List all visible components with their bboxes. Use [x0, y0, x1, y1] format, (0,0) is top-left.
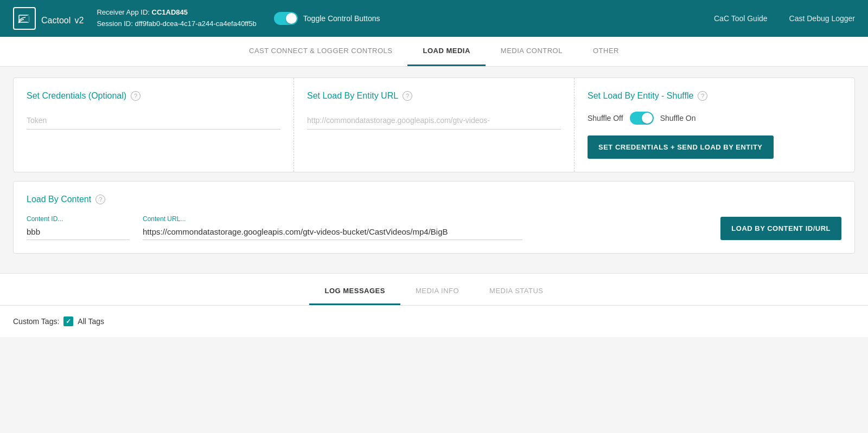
tab-load-media[interactable]: LOAD MEDIA — [407, 37, 485, 66]
set-credentials-send-load-button[interactable]: SET CREDENTIALS + SEND LOAD BY ENTITY — [588, 135, 774, 159]
entity-url-input[interactable] — [307, 112, 561, 130]
entity-shuffle-help-icon[interactable]: ? — [698, 91, 707, 101]
content-id-field: Content ID... — [27, 215, 130, 240]
credentials-card: Set Credentials (Optional) ? — [14, 78, 294, 172]
main-tabs: CAST CONNECT & LOGGER CONTROLS LOAD MEDI… — [0, 37, 868, 67]
header-nav: CaC Tool Guide Cast Debug Logger — [714, 14, 855, 23]
bottom-tab-log[interactable]: LOG MESSAGES — [309, 278, 400, 305]
cac-tool-guide-link[interactable]: CaC Tool Guide — [714, 14, 768, 23]
content-url-field: Content URL... — [143, 215, 522, 240]
credentials-card-title: Set Credentials (Optional) ? — [27, 91, 280, 101]
svg-point-1 — [18, 22, 20, 23]
all-tags-checkbox[interactable] — [63, 316, 73, 326]
load-content-card: Load By Content ? Content ID... Content … — [13, 181, 855, 254]
entity-url-card: Set Load By Entity URL ? — [294, 78, 575, 172]
main-content: Set Credentials (Optional) ? Set Load By… — [0, 67, 868, 273]
entity-shuffle-card: Set Load By Entity - Shuffle ? Shuffle O… — [575, 78, 854, 172]
session-id-line: Session ID: dff9fab0-dcea-4c17-a244-ca4e… — [97, 18, 256, 30]
tab-other[interactable]: OTHER — [578, 37, 634, 66]
all-tags-label: All Tags — [78, 317, 104, 326]
custom-tags-row: Custom Tags: All Tags — [13, 316, 855, 326]
app-header: Cactool v2 Receiver App ID: CC1AD845 Ses… — [0, 0, 868, 37]
cast-icon — [13, 7, 36, 30]
cards-row: Set Credentials (Optional) ? Set Load By… — [13, 77, 855, 172]
load-content-button[interactable]: LOAD BY CONTENT ID/URL — [720, 217, 841, 240]
bottom-tabs: LOG MESSAGES MEDIA INFO MEDIA STATUS — [0, 278, 868, 306]
shuffle-toggle[interactable] — [630, 112, 654, 125]
load-content-grid: Content ID... Content URL... LOAD BY CON… — [27, 215, 841, 240]
load-content-btn-wrapper: LOAD BY CONTENT ID/URL — [720, 217, 841, 240]
shuffle-on-label: Shuffle On — [660, 114, 696, 122]
token-input[interactable] — [27, 112, 280, 130]
bottom-content: Custom Tags: All Tags — [0, 306, 868, 337]
bottom-tab-media-status[interactable]: MEDIA STATUS — [474, 278, 558, 305]
shuffle-off-label: Shuffle Off — [588, 114, 623, 122]
logo: Cactool v2 — [13, 7, 84, 30]
toggle-label: Toggle Control Buttons — [303, 14, 380, 23]
credentials-help-icon[interactable]: ? — [131, 91, 141, 101]
shuffle-row: Shuffle Off Shuffle On — [588, 112, 841, 125]
header-info: Receiver App ID: CC1AD845 Session ID: df… — [97, 7, 256, 30]
load-content-help-icon[interactable]: ? — [95, 195, 105, 204]
entity-shuffle-card-title: Set Load By Entity - Shuffle ? — [588, 91, 841, 101]
entity-url-help-icon[interactable]: ? — [403, 91, 412, 101]
content-id-input[interactable] — [27, 224, 130, 240]
toggle-control-buttons[interactable]: Toggle Control Buttons — [274, 12, 380, 25]
cast-debug-logger-link[interactable]: Cast Debug Logger — [789, 14, 855, 23]
tab-cast-connect[interactable]: CAST CONNECT & LOGGER CONTROLS — [234, 37, 407, 66]
receiver-id-line: Receiver App ID: CC1AD845 — [97, 7, 256, 18]
toggle-switch[interactable] — [274, 12, 298, 25]
app-title: Cactool v2 — [41, 10, 84, 27]
bottom-tab-media-info[interactable]: MEDIA INFO — [400, 278, 474, 305]
entity-url-card-title: Set Load By Entity URL ? — [307, 91, 561, 101]
tab-media-control[interactable]: MEDIA CONTROL — [486, 37, 578, 66]
content-url-input[interactable] — [143, 224, 522, 240]
custom-tags-label: Custom Tags: — [13, 317, 59, 326]
content-url-label: Content URL... — [143, 215, 522, 223]
load-content-card-title: Load By Content ? — [27, 195, 841, 204]
bottom-section: LOG MESSAGES MEDIA INFO MEDIA STATUS Cus… — [0, 273, 868, 337]
content-id-label: Content ID... — [27, 215, 130, 223]
